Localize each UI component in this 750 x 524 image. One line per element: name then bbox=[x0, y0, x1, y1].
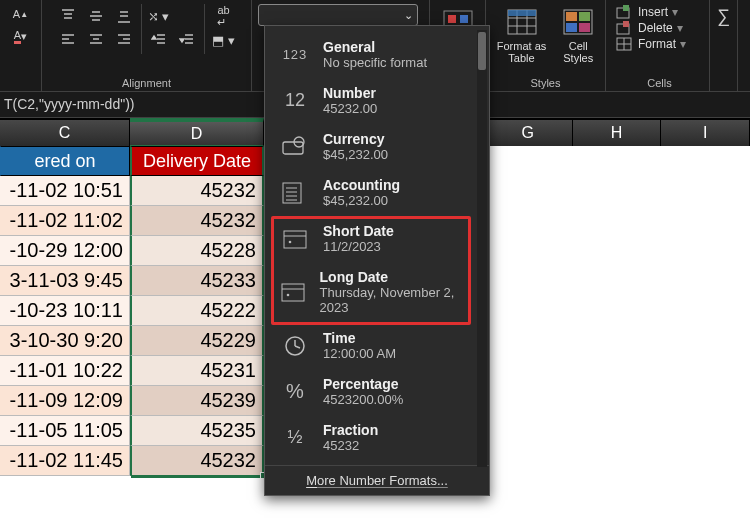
shortdate-icon bbox=[279, 224, 311, 254]
column-header-g[interactable]: G bbox=[484, 118, 573, 146]
number-format-dropdown: 123GeneralNo specific format12Number4523… bbox=[264, 25, 490, 496]
svg-rect-37 bbox=[579, 12, 590, 21]
number-format-combo[interactable]: ⌄ bbox=[258, 4, 418, 26]
delete-icon bbox=[616, 21, 634, 35]
table-header-ordered-on[interactable]: ered on bbox=[0, 146, 130, 176]
table-row: -10-29 12:0045228 bbox=[0, 236, 264, 266]
cell-delivery-date[interactable]: 45231 bbox=[130, 356, 264, 386]
orientation-button[interactable]: ⤭ ▾ bbox=[146, 4, 172, 28]
svg-rect-57 bbox=[282, 284, 304, 301]
number-format-option-number[interactable]: 12Number45232.00 bbox=[271, 78, 475, 124]
svg-point-59 bbox=[287, 294, 290, 297]
table-row: -11-01 10:2245231 bbox=[0, 356, 264, 386]
cell-ordered-on[interactable]: -10-29 12:00 bbox=[0, 236, 130, 266]
number-icon: 12 bbox=[279, 86, 311, 116]
dropdown-scrollbar[interactable] bbox=[477, 30, 487, 467]
cell-delivery-date[interactable]: 45235 bbox=[130, 416, 264, 446]
cell-ordered-on[interactable]: 3-11-03 9:45 bbox=[0, 266, 130, 296]
number-format-option-longdate[interactable]: Long DateThursday, November 2, 2023 bbox=[271, 262, 475, 323]
styles-group-label: Styles bbox=[531, 75, 561, 89]
table-row: -11-09 12:0945239 bbox=[0, 386, 264, 416]
font-color-button[interactable]: A ▾ bbox=[10, 26, 32, 46]
wrap-text-button[interactable]: ab↵ bbox=[209, 4, 239, 28]
svg-marker-25 bbox=[180, 39, 184, 42]
alignment-group-label: Alignment bbox=[122, 75, 171, 89]
table-row: -11-02 10:5145232 bbox=[0, 176, 264, 206]
merge-button[interactable]: ⬒ ▾ bbox=[209, 28, 239, 52]
svg-point-56 bbox=[289, 240, 292, 243]
number-format-option-currency[interactable]: Currency$45,232.00 bbox=[271, 124, 475, 170]
align-bottom-button[interactable] bbox=[111, 4, 137, 28]
table-row: 3-10-30 9:2045229 bbox=[0, 326, 264, 356]
cell-ordered-on[interactable]: -11-02 11:45 bbox=[0, 446, 130, 476]
cell-delivery-date[interactable]: 45232 bbox=[130, 446, 264, 476]
percentage-icon: % bbox=[279, 377, 311, 407]
number-format-option-fraction[interactable]: ½Fraction45232 bbox=[271, 415, 475, 461]
align-top-button[interactable] bbox=[55, 4, 81, 28]
align-right-button[interactable] bbox=[111, 28, 137, 52]
table-row: -11-02 11:0245232 bbox=[0, 206, 264, 236]
svg-rect-27 bbox=[448, 15, 456, 23]
svg-rect-54 bbox=[284, 231, 306, 248]
column-header-h[interactable]: H bbox=[573, 118, 662, 146]
table-area: ered on Delivery Date -11-02 10:5145232-… bbox=[0, 146, 264, 476]
autosum-button[interactable]: ∑ bbox=[711, 4, 737, 28]
align-center-button[interactable] bbox=[83, 28, 109, 52]
column-header-d[interactable]: D bbox=[130, 118, 264, 146]
svg-marker-21 bbox=[152, 36, 156, 39]
column-header-c[interactable]: C bbox=[0, 118, 130, 146]
table-header-delivery-date[interactable]: Delivery Date bbox=[130, 146, 264, 176]
time-icon bbox=[279, 331, 311, 361]
decrease-indent-button[interactable] bbox=[146, 28, 172, 52]
cell-delivery-date[interactable]: 45232 bbox=[130, 206, 264, 236]
number-format-option-time[interactable]: Time12:00:00 AM bbox=[271, 323, 475, 369]
accounting-icon bbox=[279, 178, 311, 208]
cell-ordered-on[interactable]: -11-02 10:51 bbox=[0, 176, 130, 206]
more-number-formats-link[interactable]: More Number Formats... bbox=[265, 465, 489, 495]
number-format-option-shortdate[interactable]: Short Date11/2/2023 bbox=[271, 216, 475, 262]
cell-ordered-on[interactable]: -10-23 10:11 bbox=[0, 296, 130, 326]
number-format-option-accounting[interactable]: Accounting$45,232.00 bbox=[271, 170, 475, 216]
cell-delivery-date[interactable]: 45222 bbox=[130, 296, 264, 326]
column-header-i[interactable]: I bbox=[661, 118, 750, 146]
cell-delivery-date[interactable]: 45239 bbox=[130, 386, 264, 416]
chevron-down-icon: ⌄ bbox=[404, 9, 413, 22]
font-increase-button[interactable]: A▲ bbox=[10, 4, 32, 24]
longdate-icon bbox=[279, 277, 308, 307]
dropdown-scroll-thumb[interactable] bbox=[478, 32, 486, 70]
svg-rect-34 bbox=[508, 10, 536, 16]
cell-delivery-date[interactable]: 45228 bbox=[130, 236, 264, 266]
format-icon bbox=[616, 37, 634, 51]
align-middle-button[interactable] bbox=[83, 4, 109, 28]
table-row: -10-23 10:1145222 bbox=[0, 296, 264, 326]
cell-delivery-date[interactable]: 45232 bbox=[130, 176, 264, 206]
svg-rect-28 bbox=[460, 15, 468, 23]
number-format-option-general[interactable]: 123GeneralNo specific format bbox=[271, 32, 475, 78]
cell-delivery-date[interactable]: 45233 bbox=[130, 266, 264, 296]
delete-cells-button[interactable]: Delete ▾ bbox=[616, 20, 686, 36]
table-row: 3-11-03 9:4545233 bbox=[0, 266, 264, 296]
svg-rect-47 bbox=[283, 142, 303, 154]
currency-icon bbox=[279, 132, 311, 162]
svg-rect-39 bbox=[579, 23, 590, 32]
insert-icon bbox=[616, 5, 634, 19]
format-as-table-button[interactable]: Format as Table bbox=[489, 4, 555, 66]
table-row: -11-02 11:4545232 bbox=[0, 446, 264, 476]
cell-ordered-on[interactable]: -11-05 11:05 bbox=[0, 416, 130, 446]
cell-ordered-on[interactable]: -11-09 12:09 bbox=[0, 386, 130, 416]
insert-cells-button[interactable]: Insert ▾ bbox=[616, 4, 686, 20]
svg-line-62 bbox=[295, 346, 300, 348]
align-left-button[interactable] bbox=[55, 28, 81, 52]
table-row: -11-05 11:0545235 bbox=[0, 416, 264, 446]
fraction-icon: ½ bbox=[279, 423, 311, 453]
cell-ordered-on[interactable]: -11-02 11:02 bbox=[0, 206, 130, 236]
cell-ordered-on[interactable]: 3-10-30 9:20 bbox=[0, 326, 130, 356]
cell-ordered-on[interactable]: -11-01 10:22 bbox=[0, 356, 130, 386]
cell-delivery-date[interactable]: 45229 bbox=[130, 326, 264, 356]
svg-rect-38 bbox=[566, 23, 577, 32]
cell-styles-button[interactable]: Cell Styles bbox=[554, 4, 602, 66]
number-format-option-percentage[interactable]: %Percentage4523200.00% bbox=[271, 369, 475, 415]
increase-indent-button[interactable] bbox=[174, 28, 200, 52]
svg-rect-36 bbox=[566, 12, 577, 21]
format-cells-button[interactable]: Format ▾ bbox=[616, 36, 686, 52]
